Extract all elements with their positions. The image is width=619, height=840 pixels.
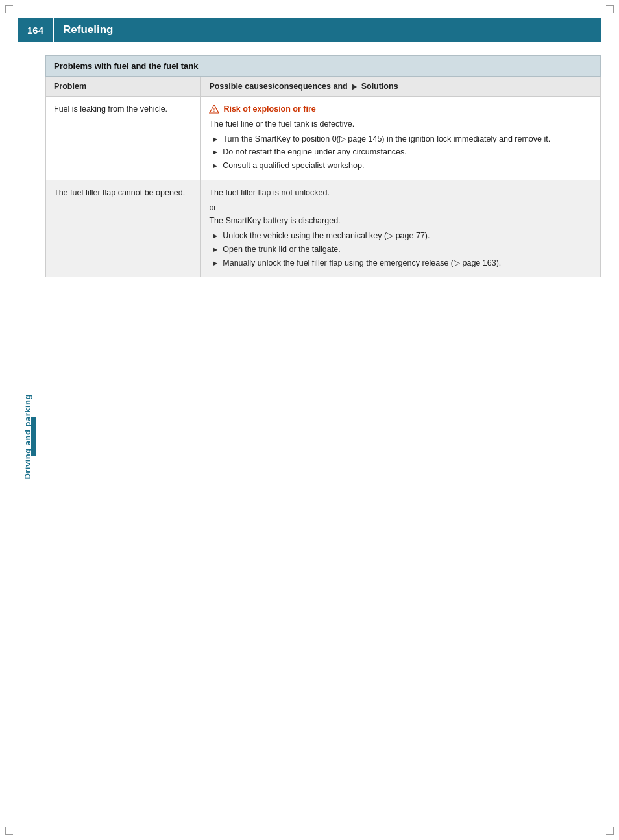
bullet-item: ► Turn the SmartKey to position 0(▷ page… xyxy=(209,133,592,145)
bullet-item: ► Manually unlock the fuel filler flap u… xyxy=(209,257,592,269)
bullet-arrow-icon: ► xyxy=(212,134,219,145)
bullet-arrow-icon: ► xyxy=(212,244,219,255)
problems-table: Problems with fuel and the fuel tank Pro… xyxy=(45,55,601,277)
or-text: or xyxy=(209,202,592,214)
warning-triangle-icon: ! xyxy=(209,104,219,114)
bullet-item: ► Open the trunk lid or the tailgate. xyxy=(209,243,592,256)
solutions-arrow-icon xyxy=(352,84,357,90)
table-title-row: Problems with fuel and the fuel tank xyxy=(46,56,601,77)
causes-line-1: The fuel line or the fuel tank is defect… xyxy=(209,118,592,130)
bullet-item: ► Do not restart the engine under any ci… xyxy=(209,146,592,158)
bullet-text: Manually unlock the fuel filler flap usi… xyxy=(223,257,592,269)
content-area: Problems with fuel and the fuel tank Pro… xyxy=(45,49,601,284)
problem-text-2: The fuel filler flap cannot be opened. xyxy=(54,188,185,197)
causes-cell-1: ! Risk of explosion or fire The fuel lin… xyxy=(201,97,601,180)
problem-text-1: Fuel is leaking from the vehicle. xyxy=(54,105,167,114)
side-label-bar xyxy=(31,417,36,456)
col-causes-header: Possible causes/consequences and Solutio… xyxy=(201,77,601,97)
col-causes-header-suffix: Solutions xyxy=(361,82,398,91)
page-title: Refueling xyxy=(54,23,113,36)
corner-mark-tl xyxy=(5,5,13,13)
causes-line-2a: The fuel filler flap is not unlocked. xyxy=(209,187,592,199)
side-label-container: Driving and parking xyxy=(18,52,36,822)
header-bar: 164 Refueling xyxy=(18,18,601,42)
table-row: Fuel is leaking from the vehicle. ! Risk… xyxy=(46,97,601,180)
bullet-text: Consult a qualified specialist workshop. xyxy=(223,160,592,172)
corner-mark-br xyxy=(606,827,614,835)
problem-cell-1: Fuel is leaking from the vehicle. xyxy=(46,97,201,180)
table-row: The fuel filler flap cannot be opened. T… xyxy=(46,180,601,277)
bullet-text: Do not restart the engine under any circ… xyxy=(223,146,592,158)
bullet-text: Unlock the vehicle using the mechanical … xyxy=(223,230,592,242)
bullet-item: ► Consult a qualified specialist worksho… xyxy=(209,160,592,172)
bullet-text: Open the trunk lid or the tailgate. xyxy=(223,243,592,256)
bullet-text: Turn the SmartKey to position 0(▷ page 1… xyxy=(223,133,592,145)
bullet-arrow-icon: ► xyxy=(212,160,219,171)
table-title: Problems with fuel and the fuel tank xyxy=(46,56,601,77)
col-causes-header-text: Possible causes/consequences and xyxy=(209,82,347,91)
table-header-row: Problem Possible causes/consequences and… xyxy=(46,77,601,97)
bullet-arrow-icon: ► xyxy=(212,147,219,158)
svg-text:!: ! xyxy=(213,107,215,113)
warning-title-1: ! Risk of explosion or fire xyxy=(209,103,592,116)
warning-text-1: Risk of explosion or fire xyxy=(223,103,315,116)
bullet-arrow-icon: ► xyxy=(212,258,219,269)
bullet-item: ► Unlock the vehicle using the mechanica… xyxy=(209,230,592,242)
col-problem-header: Problem xyxy=(46,77,201,97)
problem-cell-2: The fuel filler flap cannot be opened. xyxy=(46,180,201,277)
causes-cell-2: The fuel filler flap is not unlocked. or… xyxy=(201,180,601,277)
page-number: 164 xyxy=(18,18,54,42)
corner-mark-tr xyxy=(606,5,614,13)
corner-mark-bl xyxy=(5,827,13,835)
bullet-arrow-icon: ► xyxy=(212,230,219,241)
causes-line-2b: The SmartKey battery is discharged. xyxy=(209,215,592,227)
